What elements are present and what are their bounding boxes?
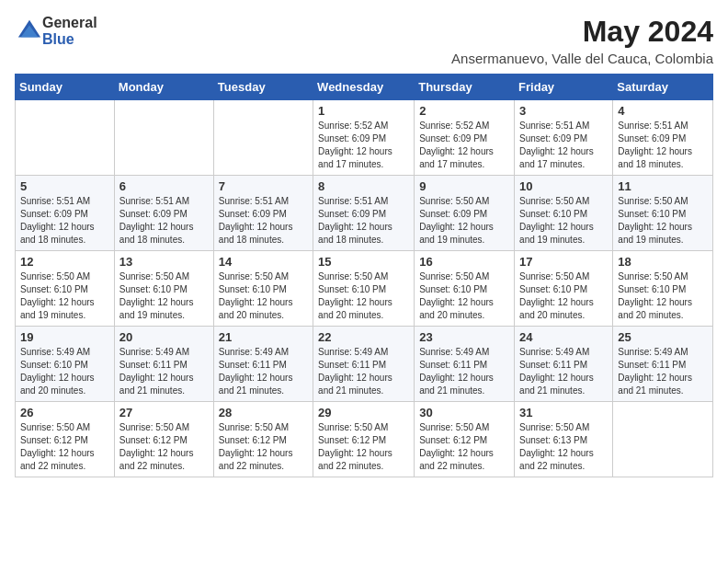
day-info: Sunrise: 5:50 AM Sunset: 6:12 PM Dayligh… — [219, 421, 308, 473]
page-header: General Blue May 2024 Ansermanuevo, Vall… — [15, 15, 713, 66]
day-info: Sunrise: 5:50 AM Sunset: 6:09 PM Dayligh… — [419, 195, 509, 247]
day-number: 18 — [618, 255, 708, 269]
day-number: 19 — [20, 330, 109, 344]
table-row: 17Sunrise: 5:50 AM Sunset: 6:10 PM Dayli… — [515, 251, 613, 327]
table-row: 9Sunrise: 5:50 AM Sunset: 6:09 PM Daylig… — [415, 176, 515, 251]
day-number: 10 — [519, 179, 608, 193]
logo-text: General Blue — [42, 15, 97, 48]
table-row: 18Sunrise: 5:50 AM Sunset: 6:10 PM Dayli… — [613, 251, 713, 327]
day-info: Sunrise: 5:52 AM Sunset: 6:09 PM Dayligh… — [419, 120, 509, 171]
day-number: 25 — [618, 330, 708, 344]
header-saturday: Saturday — [613, 75, 713, 100]
day-info: Sunrise: 5:50 AM Sunset: 6:12 PM Dayligh… — [119, 421, 209, 473]
table-row: 12Sunrise: 5:50 AM Sunset: 6:10 PM Dayli… — [16, 251, 115, 327]
table-row — [213, 100, 313, 176]
day-number: 1 — [318, 104, 409, 118]
day-info: Sunrise: 5:49 AM Sunset: 6:11 PM Dayligh… — [119, 346, 209, 397]
day-number: 3 — [519, 104, 608, 118]
table-row: 16Sunrise: 5:50 AM Sunset: 6:10 PM Dayli… — [415, 251, 515, 327]
table-row: 3Sunrise: 5:51 AM Sunset: 6:09 PM Daylig… — [515, 100, 613, 176]
table-row: 19Sunrise: 5:49 AM Sunset: 6:10 PM Dayli… — [16, 327, 115, 402]
table-row: 20Sunrise: 5:49 AM Sunset: 6:11 PM Dayli… — [114, 327, 213, 402]
day-number: 23 — [419, 330, 509, 344]
table-row: 10Sunrise: 5:50 AM Sunset: 6:10 PM Dayli… — [515, 176, 613, 251]
day-number: 7 — [219, 179, 308, 193]
day-number: 20 — [119, 330, 209, 344]
day-info: Sunrise: 5:52 AM Sunset: 6:09 PM Dayligh… — [318, 120, 409, 171]
table-row: 8Sunrise: 5:51 AM Sunset: 6:09 PM Daylig… — [313, 176, 415, 251]
day-info: Sunrise: 5:49 AM Sunset: 6:11 PM Dayligh… — [618, 346, 708, 397]
day-info: Sunrise: 5:50 AM Sunset: 6:10 PM Dayligh… — [20, 270, 109, 322]
day-number: 26 — [20, 406, 109, 419]
day-number: 8 — [318, 179, 409, 193]
table-row: 6Sunrise: 5:51 AM Sunset: 6:09 PM Daylig… — [114, 176, 213, 251]
day-info: Sunrise: 5:50 AM Sunset: 6:10 PM Dayligh… — [519, 270, 608, 322]
logo-general: General — [42, 15, 97, 30]
table-row: 1Sunrise: 5:52 AM Sunset: 6:09 PM Daylig… — [313, 100, 415, 176]
header-sunday: Sunday — [16, 75, 115, 100]
table-row: 24Sunrise: 5:49 AM Sunset: 6:11 PM Dayli… — [515, 327, 613, 402]
day-number: 13 — [119, 255, 209, 269]
day-number: 11 — [618, 179, 708, 193]
day-number: 27 — [119, 406, 209, 419]
table-row: 11Sunrise: 5:50 AM Sunset: 6:10 PM Dayli… — [613, 176, 713, 251]
day-number: 29 — [318, 406, 409, 419]
day-info: Sunrise: 5:50 AM Sunset: 6:13 PM Dayligh… — [519, 421, 608, 473]
day-number: 9 — [419, 179, 509, 193]
day-info: Sunrise: 5:51 AM Sunset: 6:09 PM Dayligh… — [618, 120, 708, 171]
header-thursday: Thursday — [415, 75, 515, 100]
day-info: Sunrise: 5:49 AM Sunset: 6:11 PM Dayligh… — [519, 346, 608, 397]
table-row: 15Sunrise: 5:50 AM Sunset: 6:10 PM Dayli… — [313, 251, 415, 327]
table-row — [613, 402, 713, 477]
day-info: Sunrise: 5:49 AM Sunset: 6:11 PM Dayligh… — [219, 346, 308, 397]
day-info: Sunrise: 5:49 AM Sunset: 6:11 PM Dayligh… — [318, 346, 409, 397]
table-row: 22Sunrise: 5:49 AM Sunset: 6:11 PM Dayli… — [313, 327, 415, 402]
day-info: Sunrise: 5:50 AM Sunset: 6:10 PM Dayligh… — [318, 270, 409, 322]
calendar-table: Sunday Monday Tuesday Wednesday Thursday… — [15, 74, 713, 477]
day-info: Sunrise: 5:50 AM Sunset: 6:10 PM Dayligh… — [618, 195, 708, 247]
table-row: 4Sunrise: 5:51 AM Sunset: 6:09 PM Daylig… — [613, 100, 713, 176]
location: Ansermanuevo, Valle del Cauca, Colombia — [451, 51, 713, 66]
header-wednesday: Wednesday — [313, 75, 415, 100]
day-number: 2 — [419, 104, 509, 118]
title-block: May 2024 Ansermanuevo, Valle del Cauca, … — [451, 15, 713, 66]
table-row: 2Sunrise: 5:52 AM Sunset: 6:09 PM Daylig… — [415, 100, 515, 176]
table-row: 5Sunrise: 5:51 AM Sunset: 6:09 PM Daylig… — [16, 176, 115, 251]
day-number: 15 — [318, 255, 409, 269]
day-info: Sunrise: 5:50 AM Sunset: 6:10 PM Dayligh… — [219, 270, 308, 322]
day-info: Sunrise: 5:51 AM Sunset: 6:09 PM Dayligh… — [119, 195, 209, 247]
day-number: 12 — [20, 255, 109, 269]
day-info: Sunrise: 5:50 AM Sunset: 6:10 PM Dayligh… — [519, 195, 608, 247]
table-row: 28Sunrise: 5:50 AM Sunset: 6:12 PM Dayli… — [213, 402, 313, 477]
day-info: Sunrise: 5:50 AM Sunset: 6:12 PM Dayligh… — [318, 421, 409, 473]
table-row: 26Sunrise: 5:50 AM Sunset: 6:12 PM Dayli… — [16, 402, 115, 477]
month-year: May 2024 — [451, 15, 713, 49]
table-row: 29Sunrise: 5:50 AM Sunset: 6:12 PM Dayli… — [313, 402, 415, 477]
day-number: 22 — [318, 330, 409, 344]
day-number: 28 — [219, 406, 308, 419]
day-number: 4 — [618, 104, 708, 118]
logo: General Blue — [15, 15, 97, 48]
table-row: 7Sunrise: 5:51 AM Sunset: 6:09 PM Daylig… — [213, 176, 313, 251]
table-row: 21Sunrise: 5:49 AM Sunset: 6:11 PM Dayli… — [213, 327, 313, 402]
table-row: 31Sunrise: 5:50 AM Sunset: 6:13 PM Dayli… — [515, 402, 613, 477]
table-row: 25Sunrise: 5:49 AM Sunset: 6:11 PM Dayli… — [613, 327, 713, 402]
day-number: 21 — [219, 330, 308, 344]
day-number: 6 — [119, 179, 209, 193]
day-number: 31 — [519, 406, 608, 419]
day-number: 17 — [519, 255, 608, 269]
day-info: Sunrise: 5:50 AM Sunset: 6:12 PM Dayligh… — [20, 421, 109, 473]
table-row — [16, 100, 115, 176]
day-info: Sunrise: 5:51 AM Sunset: 6:09 PM Dayligh… — [20, 195, 109, 247]
day-number: 16 — [419, 255, 509, 269]
logo-blue: Blue — [42, 31, 74, 47]
table-row: 14Sunrise: 5:50 AM Sunset: 6:10 PM Dayli… — [213, 251, 313, 327]
day-number: 14 — [219, 255, 308, 269]
day-info: Sunrise: 5:51 AM Sunset: 6:09 PM Dayligh… — [519, 120, 608, 171]
table-row: 30Sunrise: 5:50 AM Sunset: 6:12 PM Dayli… — [415, 402, 515, 477]
day-info: Sunrise: 5:49 AM Sunset: 6:10 PM Dayligh… — [20, 346, 109, 397]
day-number: 5 — [20, 179, 109, 193]
day-number: 30 — [419, 406, 509, 419]
day-info: Sunrise: 5:49 AM Sunset: 6:11 PM Dayligh… — [419, 346, 509, 397]
header-monday: Monday — [114, 75, 213, 100]
